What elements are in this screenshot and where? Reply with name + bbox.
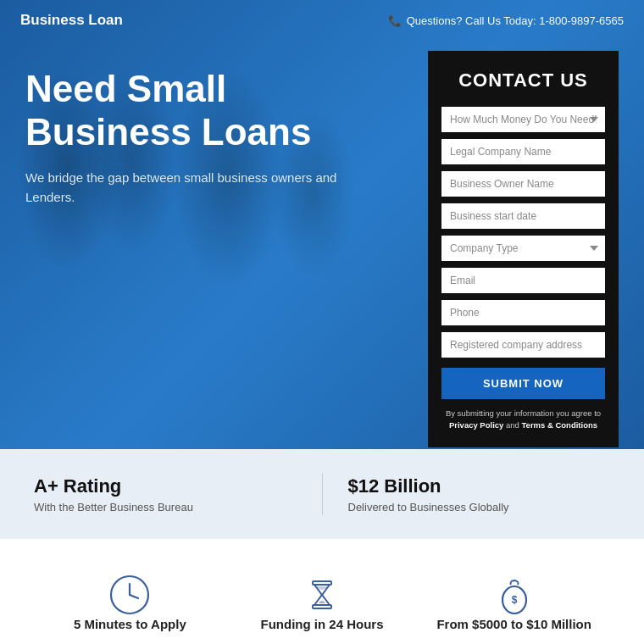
address-input[interactable] [441,332,605,358]
site-logo: Business Loan [20,12,123,29]
feature-amount: $ From $5000 to $10 Million [418,573,610,631]
stat-billion-value: $12 Billion [348,475,611,497]
clock-icon [108,573,152,617]
header-phone: 📞 Questions? Call Us Today: 1-800-9897-6… [388,14,624,27]
svg-rect-3 [313,581,331,585]
features-section: 5 Minutes to Apply Funding in 24 Hours $… [0,539,644,644]
svg-rect-4 [313,605,331,608]
form-disclaimer: By submitting your information you agree… [441,408,605,432]
feature-amount-label: From $5000 to $10 Million [436,617,591,631]
phone-icon: 📞 [388,14,402,27]
hero-title: Need Small Business Loans [25,68,347,153]
phone-text: Questions? Call Us Today: 1-800-9897-656… [407,14,624,27]
email-input[interactable] [441,268,605,293]
stat-billion: $12 Billion Delivered to Businesses Glob… [348,475,611,514]
form-title: CONTACT US [441,69,605,92]
feature-apply: 5 Minutes to Apply [34,573,226,631]
start-date-input[interactable] [441,203,605,229]
company-type-select[interactable]: Company Type LLC Corporation Sole Propri… [441,236,605,261]
privacy-link[interactable]: Privacy Policy [449,420,503,430]
owner-name-input[interactable] [441,171,605,197]
hero-subtitle: We bridge the gap between small business… [25,169,347,207]
contact-form-panel: CONTACT US How Much Money Do You Need? $… [428,51,619,447]
feature-funding-label: Funding in 24 Hours [261,617,384,631]
hero-section: Need Small Business Loans We bridge the … [0,0,644,449]
stats-strip: A+ Rating With the Better Business Burea… [0,449,644,539]
stat-divider [322,473,323,515]
submit-button[interactable]: SUBMIT NOW [441,368,605,399]
hourglass-icon [300,573,344,617]
svg-text:$: $ [511,594,517,606]
svg-line-2 [130,595,138,598]
site-header: Business Loan 📞 Questions? Call Us Today… [0,0,644,41]
stat-rating-label: With the Better Business Bureau [34,501,297,514]
hero-content: Need Small Business Loans We bridge the … [25,68,347,207]
terms-link[interactable]: Terms & Conditions [522,420,598,430]
phone-input[interactable] [441,300,605,325]
legal-name-input[interactable] [441,139,605,164]
stat-rating: A+ Rating With the Better Business Burea… [34,475,297,514]
money-bag-icon: $ [492,573,536,617]
money-select[interactable]: How Much Money Do You Need? $10,000 - $5… [441,107,605,132]
stat-rating-value: A+ Rating [34,475,297,497]
stat-billion-label: Delivered to Businesses Globally [348,501,611,514]
feature-apply-label: 5 Minutes to Apply [74,617,186,631]
feature-funding: Funding in 24 Hours [226,573,419,631]
